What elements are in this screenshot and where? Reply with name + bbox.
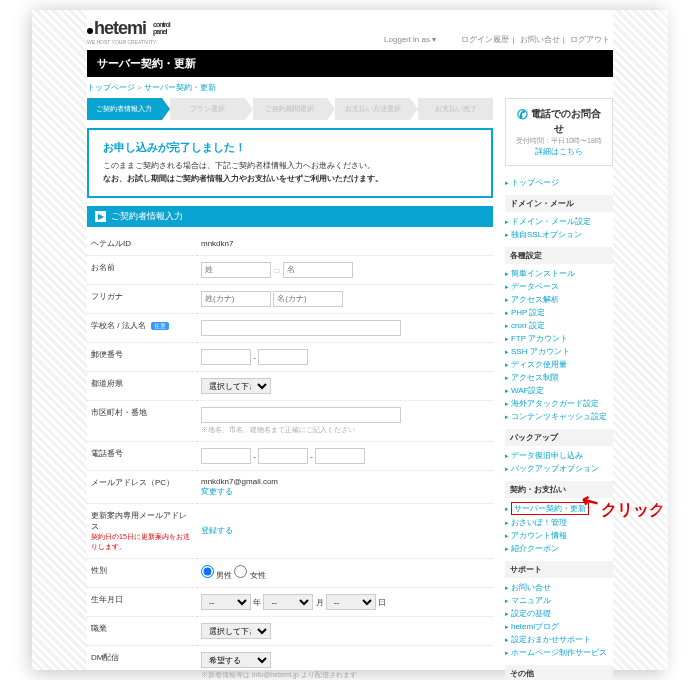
side-disk[interactable]: ディスク使用量 [511,360,567,369]
side-basics[interactable]: 設定の基礎 [511,609,551,618]
bd-day[interactable]: -- [326,594,376,610]
side-hp[interactable]: ホームページ制作サービス [511,648,607,657]
side-install[interactable]: 簡単インストール [511,269,575,278]
side-access[interactable]: アクセス解析 [511,295,559,304]
side-php[interactable]: PHP 設定 [511,308,546,317]
step-1: ご契約者情報入力 [87,98,162,120]
side-cron[interactable]: cron 設定 [511,321,545,330]
page-title: サーバー契約・更新 [87,50,613,77]
corp-input[interactable] [201,320,401,336]
lastname-kana-input[interactable] [201,291,271,307]
pref-select[interactable]: 選択して下さい [201,378,271,394]
sex-female[interactable]: 女性 [234,571,265,580]
lastname-input[interactable] [201,262,271,278]
breadcrumb-top[interactable]: トップページ [87,83,135,92]
side-manual[interactable]: マニュアル [511,596,551,605]
notice-title: お申し込みが完了しました！ [103,140,477,155]
side-contact[interactable]: お問い合せ [511,583,551,592]
link-contact[interactable]: お問い合せ [520,35,560,44]
contract-form: ヘテムルIDmnkdkn7 お名前 ▭ フリガナ 学校名 / 法人名 任意 郵便… [87,232,493,680]
side-restrict[interactable]: アクセス制限 [511,373,559,382]
side-restore[interactable]: データ復旧申し込み [511,451,583,460]
tel3-input[interactable] [315,448,365,464]
tel2-input[interactable] [258,448,308,464]
tel-box: ✆ 電話でのお問合せ 受付時間：平日10時〜18時 詳細はこちら [505,98,613,166]
side-cache[interactable]: コンテンツキャッシュ設定 [511,412,607,421]
side-waf[interactable]: WAF設定 [511,386,544,395]
job-select[interactable]: 選択して下さい [201,623,271,639]
side-attack[interactable]: 海外アタックガード設定 [511,399,599,408]
email-value: mnkdkn7@gmail.com [201,477,278,486]
optional-badge: 任意 [151,322,169,330]
side-ftp[interactable]: FTP アカウント [511,334,568,343]
link-history[interactable]: ログイン履歴 [461,35,509,44]
side-backup-opt[interactable]: バックアップオプション [511,464,599,473]
step-4: お支払い方法選択 [335,98,410,120]
side-omakase[interactable]: 設定おまかせサポート [511,635,591,644]
addr-input[interactable] [201,407,401,423]
side-server-contract[interactable]: サーバー契約・更新 [514,504,586,513]
breadcrumb: トップページ > サーバー契約・更新 [87,77,613,98]
side-ssl[interactable]: 独自SSLオプション [511,230,582,239]
side-blog[interactable]: hetemlブログ [511,622,559,631]
side-account[interactable]: アカウント情報 [511,531,567,540]
click-callout: ↖ クリック [581,500,665,521]
step-5: お支払い完了 [418,98,493,120]
side-db[interactable]: データベース [511,282,559,291]
link-logout[interactable]: ログアウト [570,35,610,44]
side-osaipo[interactable]: おさいぽ！管理 [511,518,567,527]
bd-year[interactable]: -- [201,594,251,610]
step-indicator: ご契約者情報入力 プラン選択 ご契約期間選択 お支払い方法選択 お支払い完了 [87,98,493,120]
bd-month[interactable]: -- [263,594,313,610]
tel1-input[interactable] [201,448,251,464]
notice-box: お申し込みが完了しました！ このままご契約される場合は、下記ご契約者様情報入力へ… [87,128,493,198]
step-2: プラン選択 [170,98,245,120]
register-email2-link[interactable]: 登録する [201,526,233,535]
phone-icon: ✆ [517,107,528,122]
logo[interactable]: hetemi controlpanel [87,18,170,39]
sex-male[interactable]: 男性 [201,571,232,580]
side-coupon[interactable]: 紹介クーポン [511,544,559,553]
heteml-id-value: mnkdkn7 [197,232,493,256]
arrow-icon: ▶ [95,211,106,222]
firstname-kana-input[interactable] [273,291,343,307]
section-header: ▶ ご契約者情報入力 [87,206,493,227]
step-3: ご契約期間選択 [253,98,328,120]
tel-detail-link[interactable]: 詳細はこちら [535,147,583,156]
logo-tagline: WE HOST YOUR CREATIVITY [87,39,170,45]
firstname-input[interactable] [283,262,353,278]
change-email-link[interactable]: 変更する [201,487,233,496]
side-ssh[interactable]: SSH アカウント [511,347,570,356]
dm-select[interactable]: 希望する [201,652,271,668]
logged-in-as: Logged in as ▾ [384,35,436,44]
zip1-input[interactable] [201,349,251,365]
side-top[interactable]: トップページ [511,178,559,187]
zip2-input[interactable] [258,349,308,365]
side-domain-mail[interactable]: ドメイン・メール設定 [511,217,591,226]
